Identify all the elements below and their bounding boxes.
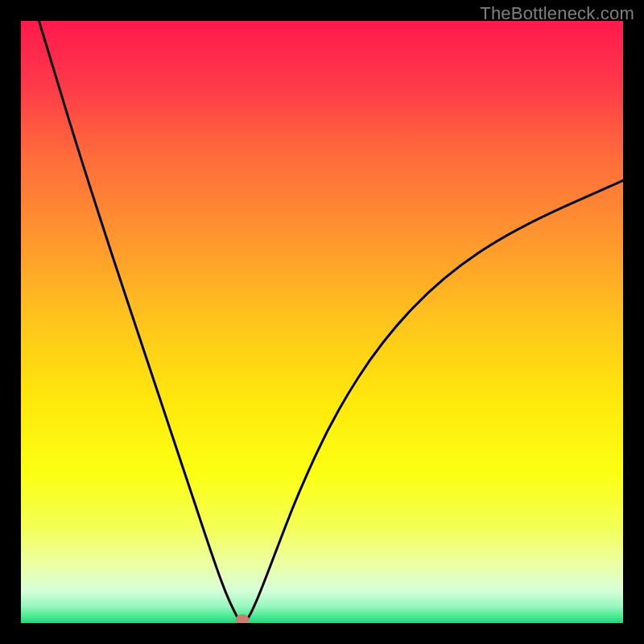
watermark-text: TheBottleneck.com (480, 3, 634, 24)
minimum-marker (236, 614, 250, 623)
chart-stage: TheBottleneck.com (0, 0, 644, 644)
plot-area (21, 21, 623, 623)
bottleneck-curve (21, 21, 623, 623)
